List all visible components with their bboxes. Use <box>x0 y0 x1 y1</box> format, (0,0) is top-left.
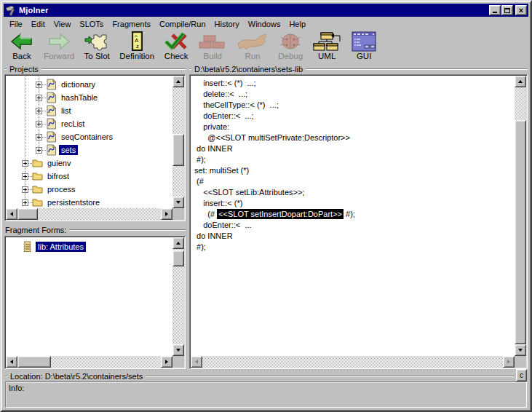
tree-item-dictionary[interactable]: dictionary <box>7 78 172 91</box>
menu-windows[interactable]: Windows <box>244 18 285 30</box>
editor-scroll-down-button[interactable] <box>515 344 526 356</box>
expand-plus-icon[interactable] <box>36 82 42 88</box>
maximize-button[interactable] <box>501 5 513 15</box>
tree-item-guienv[interactable]: guienv <box>7 157 172 170</box>
editor-scroll-right-button[interactable] <box>503 356 515 368</box>
editor-horizontal-scrollbar[interactable] <box>191 356 515 368</box>
tree-item-hashtable[interactable]: hashTable <box>7 91 172 104</box>
menu-slots[interactable]: SLOTs <box>75 18 108 30</box>
code-line: <<SLOT setLib:Attributes>>; <box>194 187 514 198</box>
fragment-forms-scroll-thumb-horizontal[interactable] <box>17 356 51 368</box>
fragment-forms-vertical-scrollbar[interactable] <box>172 237 184 356</box>
code-text: #); <box>194 155 206 164</box>
arrow-right-icon <box>165 212 168 216</box>
expand-plus-icon[interactable] <box>22 186 28 193</box>
menu-file[interactable]: File <box>5 18 27 30</box>
hammer-icon <box>5 5 17 16</box>
forward-arrow-icon <box>47 31 71 52</box>
editor-scroll-up-button[interactable] <box>515 76 526 87</box>
fragment-forms-scroll-right-button[interactable] <box>161 356 172 368</box>
projects-tree-vertical-scrollbar[interactable] <box>172 76 184 208</box>
arrow-up-icon <box>176 80 180 83</box>
toolbar-back-button[interactable]: Back <box>8 31 36 61</box>
projects-tree-scroll-thumb-horizontal[interactable] <box>17 208 38 220</box>
code-line: insert::< (*) <box>194 198 514 209</box>
toolbar-to-slot-button[interactable]: To Slot <box>82 31 111 61</box>
expand-plus-icon[interactable] <box>22 199 28 206</box>
projects-tree-scroll-down-button[interactable] <box>172 197 184 208</box>
code-text: doEnter::< ... <box>194 221 252 229</box>
beta-fragment-icon <box>46 105 57 116</box>
fragment-forms-scroll-down-button[interactable] <box>172 344 184 356</box>
projects-tree-scroll-up-button[interactable] <box>172 76 184 87</box>
toolbar-debug-button: Debug <box>277 31 304 61</box>
projects-tree-scroll-thumb[interactable] <box>172 134 184 166</box>
tree-item-reclist[interactable]: recList <box>7 117 172 130</box>
tree-item-list[interactable]: list <box>7 104 172 117</box>
right-column: D:\beta\r5.2\containers\sets-lib insert:… <box>189 64 528 369</box>
fragment-form-icon <box>23 241 33 253</box>
tree-item-seqcontainers[interactable]: seqContainers <box>7 130 172 143</box>
toolbar-definition-button[interactable]: ^AzDefinition <box>118 31 156 61</box>
projects-tree-scroll-right-button[interactable] <box>161 208 172 220</box>
editor-scroll-thumb[interactable] <box>515 120 526 344</box>
menu-edit[interactable]: Edit <box>27 18 49 30</box>
fragment-form-item-lib-attributes[interactable]: lib: Attributes <box>7 240 172 253</box>
code-text: insert::< (*) ...; <box>194 79 256 87</box>
arrow-right-icon <box>507 360 510 364</box>
arrow-down-icon <box>518 349 523 352</box>
fragment-forms-list: lib: Attributes <box>7 240 172 253</box>
projects-tree-horizontal-scrollbar[interactable] <box>6 208 172 220</box>
mjolner-window: Mjolner × FileEditViewSLOTsFragmentsComp… <box>0 0 532 412</box>
back-arrow-icon <box>9 31 34 52</box>
expand-plus-icon[interactable] <box>36 121 42 127</box>
tree-item-persistentstore[interactable]: persistentstore <box>7 196 172 207</box>
code-line: delete::< ...; <box>194 89 514 100</box>
expand-plus-icon[interactable] <box>36 134 42 140</box>
close-button[interactable]: × <box>515 5 527 15</box>
menu-help[interactable]: Help <box>285 18 310 30</box>
toolbar-uml-button[interactable]: UML <box>311 31 343 61</box>
code-line: (# <box>194 176 514 187</box>
tree-item-label: recList <box>59 119 87 129</box>
fragment-forms-horizontal-scrollbar[interactable] <box>6 356 172 368</box>
menu-compile-run[interactable]: Compile/Run <box>155 18 210 30</box>
fragment-form-label: lib: Attributes <box>36 242 86 252</box>
tree-item-label: list <box>59 106 73 116</box>
menu-history[interactable]: History <box>210 18 244 30</box>
expand-plus-icon[interactable] <box>22 160 28 167</box>
toolbar-label: Check <box>164 52 188 61</box>
expand-plus-icon[interactable] <box>22 173 28 180</box>
editor-vertical-scrollbar[interactable] <box>515 76 526 356</box>
collapse-button[interactable]: c <box>516 369 527 381</box>
toolbar-gui-button[interactable]: GUI <box>349 31 378 61</box>
editor-scroll-left-button[interactable] <box>191 356 202 368</box>
fragment-forms-scroll-left-button[interactable] <box>6 356 17 368</box>
arrow-up-icon <box>176 242 180 245</box>
projects-tree-scroll-left-button[interactable] <box>6 208 17 220</box>
code-editor[interactable]: insert::< (*) ...; delete::< ...; theCel… <box>189 74 528 369</box>
tree-item-bifrost[interactable]: bifrost <box>7 170 172 183</box>
code-line: do INNER <box>194 231 514 242</box>
info-label: Info: <box>9 384 24 392</box>
status-area: Location: D:\beta\r5.2\containers/sets c… <box>4 369 528 408</box>
code-text: #); <box>344 210 355 218</box>
menu-view[interactable]: View <box>49 18 76 30</box>
tree-item-process[interactable]: process <box>7 183 172 196</box>
code-text: private: <box>194 122 229 131</box>
menu-fragments[interactable]: Fragments <box>108 18 155 30</box>
expand-plus-icon[interactable] <box>36 147 42 154</box>
expand-plus-icon[interactable] <box>36 95 42 101</box>
toolbar-label: UML <box>318 52 336 61</box>
minimize-button[interactable] <box>489 5 501 15</box>
folder-icon <box>32 170 43 182</box>
title-bar[interactable]: Mjolner × <box>4 4 528 17</box>
code-line: doEnter::< ...; <box>194 111 514 122</box>
tree-item-sets[interactable]: sets <box>7 143 172 157</box>
toolbar-check-button[interactable]: Check <box>162 31 190 61</box>
expand-plus-icon[interactable] <box>36 108 42 114</box>
fragment-forms-scroll-thumb[interactable] <box>172 250 184 266</box>
fragment-forms-scroll-up-button[interactable] <box>172 237 184 249</box>
toolbar-label: Debug <box>278 52 303 61</box>
arrow-left-icon <box>195 360 198 364</box>
